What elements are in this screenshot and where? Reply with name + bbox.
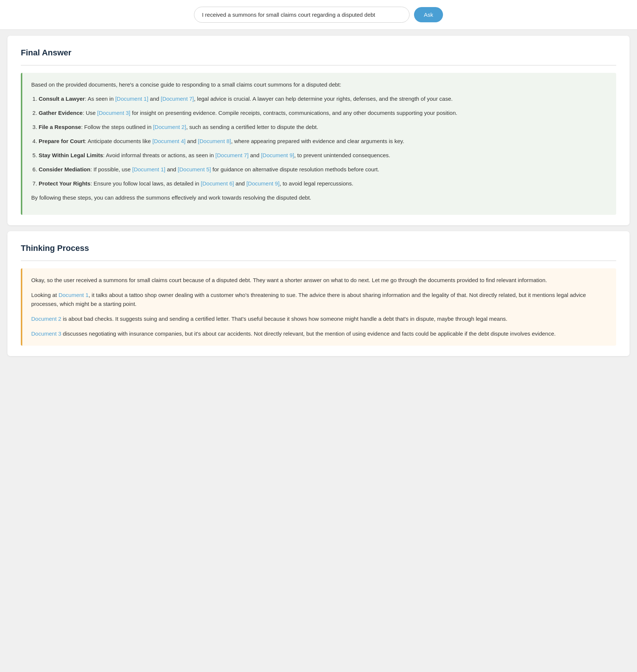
step-bold: Protect Your Rights	[39, 180, 90, 187]
doc-link[interactable]: Document 1	[58, 292, 88, 298]
thinking-para-1: Okay, so the user received a summons for…	[31, 276, 607, 285]
doc-link[interactable]: Document 3	[31, 330, 61, 337]
final-answer-title: Final Answer	[21, 46, 616, 59]
step-bold: Consider Mediation	[39, 166, 90, 172]
doc-link[interactable]: Document 2	[31, 316, 61, 322]
list-item: File a Response: Follow the steps outlin…	[39, 123, 607, 132]
thinking-process-section: Thinking Process Okay, so the user recei…	[7, 231, 630, 356]
list-item: Consult a Lawyer: As seen in [Document 1…	[39, 94, 607, 103]
doc-link[interactable]: [Document 3]	[97, 110, 130, 116]
step-bold: Consult a Lawyer	[39, 96, 85, 102]
divider	[21, 65, 616, 65]
list-item: Protect Your Rights: Ensure you follow l…	[39, 179, 607, 188]
step-bold: Stay Within Legal Limits	[39, 152, 103, 158]
doc-link[interactable]: [Document 9]	[246, 180, 279, 187]
list-item: Prepare for Court: Anticipate documents …	[39, 137, 607, 146]
step-bold: File a Response	[39, 124, 81, 130]
answer-intro: Based on the provided documents, here's …	[31, 80, 607, 89]
step-bold: Prepare for Court	[39, 138, 85, 144]
doc-link[interactable]: [Document 9]	[261, 152, 294, 158]
doc-link[interactable]: [Document 2]	[153, 124, 186, 130]
doc-link[interactable]: [Document 4]	[152, 138, 185, 144]
final-answer-section: Final Answer Based on the provided docum…	[7, 36, 630, 225]
thinking-process-title: Thinking Process	[21, 242, 616, 255]
doc-link[interactable]: [Document 1]	[115, 96, 148, 102]
thinking-para-2: Looking at Document 1, it talks about a …	[31, 291, 607, 308]
thinking-box: Okay, so the user received a summons for…	[21, 268, 616, 346]
ask-button[interactable]: Ask	[414, 7, 443, 22]
doc-link[interactable]: [Document 1]	[132, 166, 165, 172]
doc-link[interactable]: [Document 7]	[216, 152, 249, 158]
step-bold: Gather Evidence	[39, 110, 83, 116]
divider-2	[21, 261, 616, 261]
list-item: Gather Evidence: Use [Document 3] for in…	[39, 109, 607, 117]
doc-link[interactable]: [Document 8]	[198, 138, 231, 144]
search-input[interactable]	[194, 7, 410, 23]
doc-link[interactable]: [Document 5]	[178, 166, 211, 172]
thinking-para-4: Document 3 discusses negotiating with in…	[31, 329, 607, 338]
doc-link[interactable]: [Document 6]	[201, 180, 234, 187]
answer-steps-list: Consult a Lawyer: As seen in [Document 1…	[31, 94, 607, 188]
search-bar: Ask	[0, 0, 637, 30]
thinking-para-3: Document 2 is about bad checks. It sugge…	[31, 314, 607, 323]
list-item: Consider Mediation: If possible, use [Do…	[39, 165, 607, 174]
doc-link[interactable]: [Document 7]	[161, 96, 194, 102]
list-item: Stay Within Legal Limits: Avoid informal…	[39, 151, 607, 160]
answer-box: Based on the provided documents, here's …	[21, 73, 616, 215]
answer-outro: By following these steps, you can addres…	[31, 193, 607, 202]
